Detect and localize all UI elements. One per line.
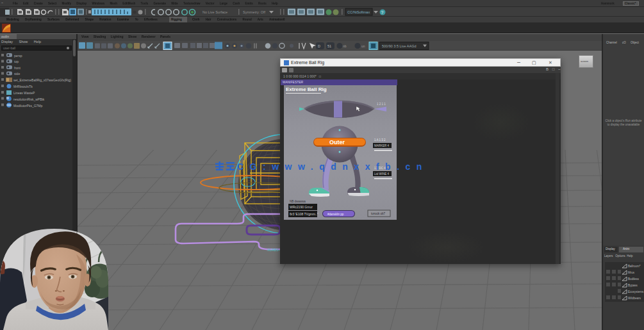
svg-text:ModilutorPks_G7Mp: ModilutorPks_G7Mp [13, 104, 43, 108]
svg-text:Extreme Ball Rig: Extreme Ball Rig [286, 87, 327, 92]
svg-text:resolutionRisk_wPBtk: resolutionRisk_wPBtk [13, 97, 45, 101]
svg-text:WRc2190 Gmur: WRc2190 Gmur [290, 205, 313, 209]
svg-text:MARKER 4: MARKER 4 [374, 144, 390, 147]
svg-text:tunock ub7: tunock ub7 [371, 212, 386, 215]
svg-text:persp: persp [14, 54, 22, 58]
svg-text:Wildbears: Wildbears [628, 297, 641, 300]
svg-text:NURBS~: NURBS~ [267, 248, 281, 252]
svg-text:set_ExtremeBallRig_v07wwGeoGfx: set_ExtremeBallRig_v07wwGeoGfx(Rig) [13, 78, 71, 82]
svg-text:top: top [14, 60, 19, 63]
svg-text:CG:www.qdnxxfb.cn: CG:www.qdnxxfb.cn [237, 161, 428, 172]
svg-text:1 A 1 3 2: 1 A 1 3 2 [374, 138, 386, 142]
svg-text:51: 51 [327, 44, 331, 48]
svg-text:1 2 1 1: 1 2 1 1 [377, 103, 386, 106]
svg-text:Symmetry: Off: Symmetry: Off [243, 10, 266, 14]
svg-text:CC/NtSoftmax: CC/NtSoftmax [347, 10, 370, 14]
svg-text:nb: nb [343, 44, 347, 48]
svg-text:6r3 'E108 TVgmm..*: 6r3 'E108 TVgmm..* [290, 212, 318, 216]
svg-text:MrRbsoulsTb: MrRbsoulsTb [13, 85, 33, 88]
svg-text:Mrus: Mrus [628, 271, 635, 274]
svg-text:Bypass: Bypass [628, 284, 638, 287]
svg-text:Lineas WasteP: Lineas WasteP [13, 91, 35, 95]
svg-text:#dansklin pp: #dansklin pp [327, 213, 344, 216]
svg-text:Bodiless: Bodiless [628, 277, 640, 281]
svg-text:Outer: Outer [329, 139, 345, 145]
svg-text:NB dwawwa: NB dwawwa [290, 200, 306, 203]
svg-text:side: side [14, 72, 20, 76]
svg-text:D: D [318, 44, 320, 48]
svg-text:?: ? [381, 10, 384, 15]
svg-text:No Live Surface: No Live Surface [202, 10, 227, 14]
svg-text:front: front [14, 66, 21, 70]
svg-text:Ballroom*: Ballroom* [628, 265, 641, 268]
svg-text:500/90 3:5 Live AAGd: 500/90 3:5 Live AAGd [382, 44, 417, 48]
svg-text:un: un [361, 44, 365, 48]
svg-text:Ecosystems: Ecosystems [628, 290, 644, 293]
